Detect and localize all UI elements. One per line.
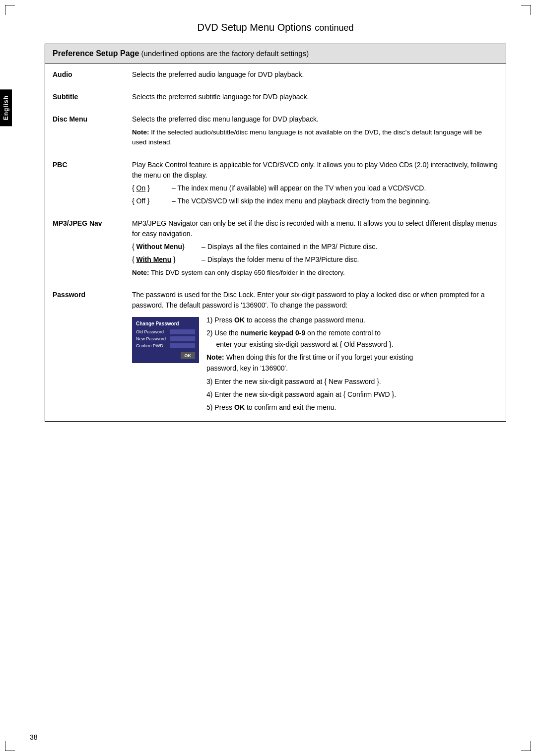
- mp3jpeg-row: MP3/JPEG Nav MP3/JPEG Navigator can only…: [53, 212, 498, 284]
- password-step-4: 4) Enter the new six-digit password agai…: [206, 389, 413, 400]
- password-main-desc: The password is used for the Disc Lock. …: [132, 290, 498, 311]
- language-label: English: [0, 89, 12, 126]
- pbc-label: PBC: [53, 160, 132, 169]
- disc-menu-label: Disc Menu: [53, 114, 132, 123]
- pbc-row: PBC Play Back Control feature is applica…: [53, 154, 498, 212]
- audio-row: Audio Selects the preferred audio langua…: [53, 63, 498, 86]
- pbc-off-desc: – The VCD/SVCD will skip the index menu …: [172, 196, 498, 206]
- new-password-field: New Password: [136, 336, 195, 341]
- mp3-with-key: { With Menu }: [132, 254, 201, 265]
- old-password-field: Old Password: [136, 329, 195, 334]
- pbc-on-key: { On }: [132, 183, 172, 193]
- old-password-input[interactable]: [170, 329, 195, 334]
- corner-mark-br: [521, 741, 531, 751]
- page-number: 38: [30, 733, 38, 741]
- new-password-input[interactable]: [170, 336, 195, 341]
- pbc-option-on: { On } – The index menu (if available) w…: [132, 183, 498, 193]
- corner-mark-tl: [5, 5, 15, 15]
- change-password-dialog: Change Password Old Password New Passwor…: [132, 317, 199, 363]
- change-pwd-ok-button[interactable]: OK: [181, 352, 196, 359]
- page-title: DVD Setup Menu Options continued: [45, 20, 506, 34]
- pbc-on-desc: – The index menu (if available) will app…: [172, 183, 498, 193]
- disc-menu-desc: Selects the preferred disc menu language…: [132, 114, 498, 148]
- title-main: DVD Setup Menu Options: [198, 22, 312, 33]
- main-content-box: Preference Setup Page (underlined option…: [45, 44, 506, 422]
- subtitle-row: Subtitle Selects the preferred subtitle …: [53, 86, 498, 108]
- new-password-label: New Password: [136, 336, 168, 341]
- mp3-note: Note: This DVD system can only display 6…: [132, 268, 498, 278]
- mp3jpeg-label: MP3/JPEG Nav: [53, 218, 132, 227]
- password-step-2: 2) Use the numeric keypad 0-9 on the rem…: [206, 327, 413, 350]
- audio-label: Audio: [53, 69, 132, 78]
- disc-menu-row: Disc Menu Selects the preferred disc men…: [53, 108, 498, 154]
- audio-desc: Selects the preferred audio language for…: [132, 69, 498, 80]
- subtitle-label: Subtitle: [53, 92, 132, 101]
- password-row: Password The password is used for the Di…: [53, 284, 498, 421]
- corner-mark-bl: [5, 741, 15, 751]
- mp3-with-desc: – Displays the folder menu of the MP3/Pi…: [201, 254, 498, 265]
- preference-header-label: Preference Setup Page: [53, 49, 139, 58]
- password-steps: 1) Press OK to access the change passwor…: [206, 315, 413, 415]
- confirm-pwd-label: Confirm PWD: [136, 343, 168, 348]
- mp3-without-desc: – Displays all the files contained in th…: [201, 242, 498, 252]
- password-content: The password is used for the Disc Lock. …: [132, 290, 498, 415]
- pbc-option-off: { Off } – The VCD/SVCD will skip the ind…: [132, 196, 498, 206]
- page-container: English DVD Setup Menu Options continued…: [0, 0, 536, 756]
- confirm-pwd-input[interactable]: [170, 343, 195, 348]
- confirm-pwd-field: Confirm PWD: [136, 343, 195, 348]
- preference-header-note: (underlined options are the factory defa…: [141, 49, 309, 58]
- preference-header: Preference Setup Page (underlined option…: [45, 44, 506, 63]
- pbc-desc: Play Back Control feature is applicable …: [132, 160, 498, 206]
- password-step-1: 1) Press OK to access the change passwor…: [206, 315, 413, 325]
- password-label: Password: [53, 290, 132, 299]
- password-step-3: 3) Enter the new six-digit password at {…: [206, 376, 413, 387]
- old-password-label: Old Password: [136, 329, 168, 334]
- password-left: Change Password Old Password New Passwor…: [132, 315, 498, 415]
- mp3-with-menu: { With Menu } – Displays the folder menu…: [132, 254, 498, 265]
- pbc-off-key: { Off }: [132, 196, 172, 206]
- password-step-5: 5) Press OK to confirm and exit the menu…: [206, 402, 413, 413]
- corner-mark-tr: [521, 5, 531, 15]
- mp3-without-menu: { Without Menu} – Displays all the files…: [132, 242, 498, 252]
- mp3-without-key: { Without Menu}: [132, 242, 201, 252]
- password-step-2-note: Note: When doing this for the first time…: [206, 352, 413, 374]
- disc-menu-note: Note: If the selected audio/subtitle/dis…: [132, 127, 498, 148]
- change-pwd-title: Change Password: [136, 321, 195, 326]
- subtitle-desc: Selects the preferred subtitle language …: [132, 92, 498, 102]
- mp3jpeg-desc: MP3/JPEG Navigator can only be set if th…: [132, 218, 498, 278]
- title-suffix: continued: [315, 23, 353, 33]
- content-area: Audio Selects the preferred audio langua…: [45, 63, 506, 421]
